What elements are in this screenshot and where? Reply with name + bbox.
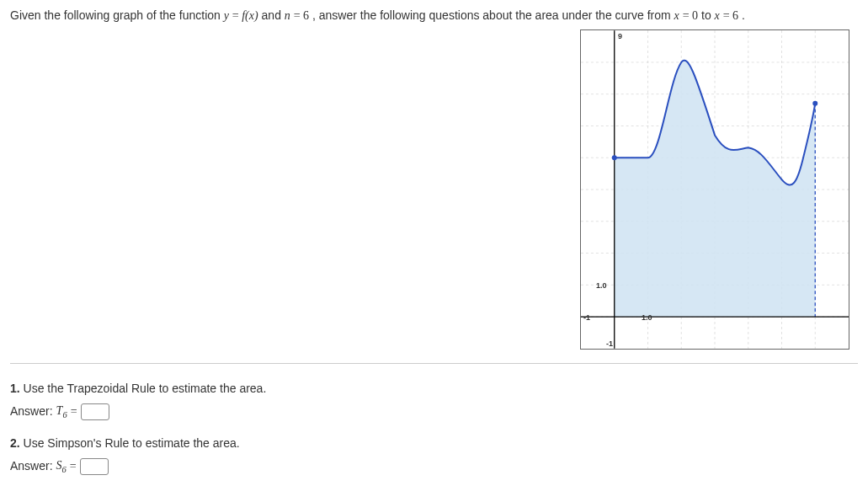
- y-tick-label: 1.0: [596, 281, 607, 290]
- q1-eq-sign: =: [71, 402, 77, 422]
- eq3-rhs: 0: [692, 9, 698, 22]
- graph-container: 9 1.0 1.0 -1 -1: [10, 29, 858, 350]
- y-top-label: 9: [618, 32, 622, 40]
- shaded-area: [615, 61, 816, 317]
- q2-symbol: S6: [56, 456, 67, 478]
- q2-text: Use Simpson's Rule to estimate the area.: [20, 436, 240, 450]
- prompt-to: to: [701, 8, 715, 22]
- eq2-rhs: 6: [303, 9, 309, 22]
- q1-number: 1.: [10, 382, 20, 395]
- prompt-and: and: [262, 8, 285, 22]
- q2-text-line: 2. Use Simpson's Rule to estimate the ar…: [10, 434, 858, 454]
- separator-line: [10, 363, 858, 364]
- prompt-period: .: [742, 8, 745, 22]
- eq4-lhs: x: [715, 9, 720, 22]
- eq-sign-4: =: [723, 9, 732, 22]
- q2-answer-line: Answer: S6 =: [10, 456, 858, 478]
- q1-answer-line: Answer: T6 =: [10, 401, 858, 423]
- curve-start-point: [612, 155, 617, 160]
- x-tick-label: 1.0: [642, 313, 652, 322]
- eq3-lhs: x: [674, 9, 679, 22]
- curve-end-point: [812, 101, 817, 106]
- q1-symbol: T6: [56, 401, 67, 423]
- y-bottom-label: -1: [606, 339, 613, 348]
- q1-text-line: 1. Use the Trapezoidal Rule to estimate …: [10, 379, 858, 399]
- q2-number: 2.: [10, 436, 20, 450]
- q2-eq-sign: =: [70, 457, 77, 477]
- q2-answer-label: Answer:: [10, 457, 53, 477]
- eq-sign-3: =: [683, 9, 692, 22]
- eq4-rhs: 6: [732, 9, 738, 22]
- q2-answer-input[interactable]: [80, 458, 109, 475]
- q1-answer-input[interactable]: [81, 403, 109, 420]
- chart-svg: [581, 30, 849, 349]
- question-1: 1. Use the Trapezoidal Rule to estimate …: [10, 379, 858, 422]
- x-left-label: -1: [583, 313, 590, 322]
- prompt-tail: , answer the following questions about t…: [312, 8, 674, 22]
- q1-answer-label: Answer:: [10, 402, 53, 422]
- question-2: 2. Use Simpson's Rule to estimate the ar…: [10, 434, 858, 477]
- eq-sign-2: =: [294, 9, 303, 22]
- eq-sign-1: =: [232, 9, 242, 22]
- eq1-lhs: y: [224, 9, 229, 22]
- graph-plot: 9 1.0 1.0 -1 -1: [580, 29, 849, 350]
- prompt-lead: Given the following graph of the functio…: [10, 8, 224, 22]
- eq2-lhs: n: [285, 9, 290, 22]
- problem-prompt: Given the following graph of the functio…: [10, 7, 858, 24]
- q1-text: Use the Trapezoidal Rule to estimate the…: [20, 382, 267, 395]
- eq1-rhs: f(x): [242, 9, 258, 22]
